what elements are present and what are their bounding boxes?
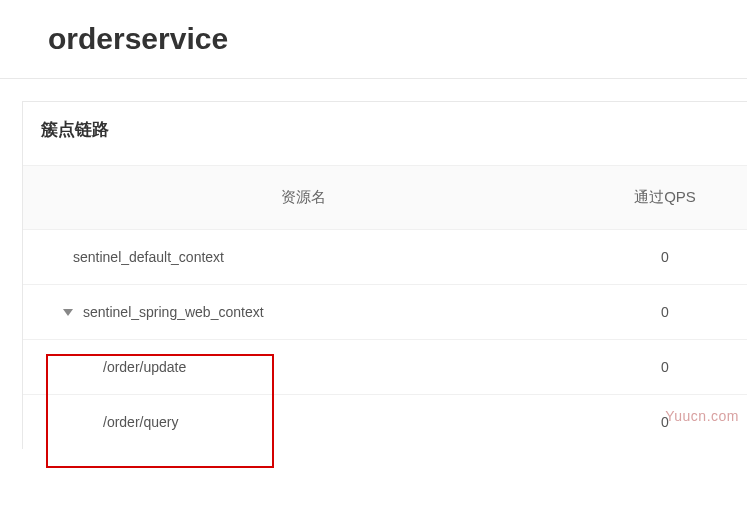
cluster-panel: 簇点链路 资源名 通过QPS sentinel_default_context … — [22, 101, 747, 449]
col-qps[interactable]: 通过QPS — [583, 166, 747, 230]
table-row[interactable]: sentinel_default_context 0 — [23, 230, 747, 285]
resource-cell: sentinel_default_context — [23, 230, 583, 285]
qps-cell: 0 — [583, 230, 747, 285]
resource-cell: /order/query — [23, 395, 583, 450]
resource-cell: /order/update — [23, 340, 583, 395]
qps-cell: 0 — [583, 285, 747, 340]
page-title: orderservice — [0, 0, 747, 78]
col-resource[interactable]: 资源名 — [23, 166, 583, 230]
panel-header: 簇点链路 — [23, 102, 747, 165]
table-row[interactable]: /order/query 0 — [23, 395, 747, 450]
qps-cell: 0 — [583, 340, 747, 395]
separator — [0, 78, 747, 79]
table-row[interactable]: /order/update 0 — [23, 340, 747, 395]
caret-down-icon[interactable] — [63, 309, 73, 316]
resource-cell: sentinel_spring_web_context — [23, 285, 583, 340]
table-header-row: 资源名 通过QPS — [23, 166, 747, 230]
watermark: Yuucn.com — [665, 408, 739, 424]
resource-table: 资源名 通过QPS sentinel_default_context 0 sen… — [23, 165, 747, 449]
resource-label: sentinel_spring_web_context — [83, 304, 264, 320]
table-row[interactable]: sentinel_spring_web_context 0 — [23, 285, 747, 340]
